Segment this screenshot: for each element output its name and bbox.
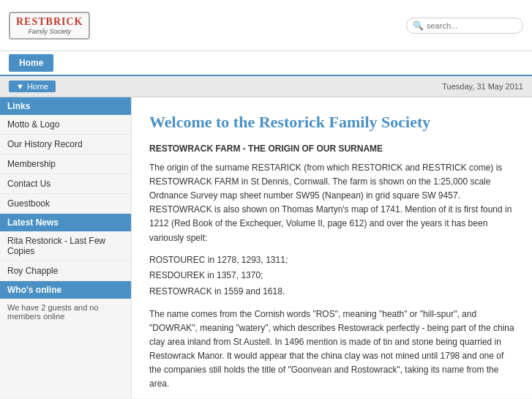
navbar: Home <box>0 51 532 76</box>
sidebar-news-item-rita[interactable]: Rita Restorick - Last Few Copies <box>0 231 131 261</box>
breadcrumb-bar: ▼ Home Tuesday, 31 May 2011 <box>0 76 532 97</box>
sidebar-item-motto-label: Motto & Logo <box>7 119 59 130</box>
sidebar-whos-online-text: We have 2 guests and no members online <box>0 299 131 325</box>
spelt-item-2: RESDOUREK in 1357, 1370; <box>149 268 514 284</box>
sidebar-item-motto[interactable]: Motto & Logo <box>0 115 131 135</box>
spelt-item-1: ROSTOUREC in 1278, 1293, 1311; <box>149 253 514 269</box>
content-paragraph1: The origin of the surname RESTARICK (fro… <box>149 161 514 245</box>
content-subtitle: RESTOWRACK FARM - THE ORIGIN OF OUR SURN… <box>149 143 514 154</box>
sidebar-links-header: Links <box>0 97 131 115</box>
breadcrumb-home-label: Home <box>27 82 48 91</box>
sidebar: Links Motto & Logo Our History Record Me… <box>0 97 132 398</box>
sidebar-news-rita-label: Rita Restorick - Last Few Copies <box>7 236 105 256</box>
content-spelt-list: ROSTOUREC in 1278, 1293, 1311; RESDOUREK… <box>149 253 514 300</box>
search-bar[interactable]: 🔍 <box>406 18 523 34</box>
sidebar-item-history[interactable]: Our History Record <box>0 135 131 154</box>
logo-subtext: Family Society <box>28 28 71 35</box>
sidebar-news-item-roy[interactable]: Roy Chapple <box>0 261 131 281</box>
header: RESTBRICK Family Society 🔍 <box>0 0 532 51</box>
sidebar-item-guestbook-label: Guestbook <box>7 198 50 209</box>
logo-text: RESTBRICK <box>16 16 83 28</box>
spelt-item-3: RESTOWRACK in 1559 and 1618. <box>149 284 514 300</box>
sidebar-item-membership[interactable]: Membership <box>0 154 131 174</box>
sidebar-item-membership-label: Membership <box>7 159 56 169</box>
sidebar-whos-online-header: Who's online <box>0 281 131 299</box>
logo-area: RESTBRICK Family Society <box>9 12 90 40</box>
nav-home-button[interactable]: Home <box>9 54 53 72</box>
sidebar-item-contact[interactable]: Contact Us <box>0 174 131 194</box>
content-paragraph2: The name comes from the Cornish words "R… <box>149 307 514 392</box>
search-icon: 🔍 <box>413 20 424 31</box>
sidebar-item-history-label: Our History Record <box>7 139 83 149</box>
search-input[interactable] <box>427 21 522 30</box>
chevron-down-icon: ▼ <box>16 82 24 91</box>
breadcrumb-date: Tuesday, 31 May 2011 <box>442 82 523 91</box>
logo-box: RESTBRICK Family Society <box>9 12 90 40</box>
page-title: Welcome to the Restorick Family Society <box>149 112 514 133</box>
sidebar-news-roy-label: Roy Chapple <box>7 266 58 276</box>
sidebar-latest-news-header: Latest News <box>0 214 131 231</box>
sidebar-item-guestbook[interactable]: Guestbook <box>0 194 131 214</box>
sidebar-item-contact-label: Contact Us <box>7 179 50 189</box>
content-area: Welcome to the Restorick Family Society … <box>132 97 532 398</box>
breadcrumb-home[interactable]: ▼ Home <box>9 81 56 92</box>
main-layout: Links Motto & Logo Our History Record Me… <box>0 97 532 398</box>
